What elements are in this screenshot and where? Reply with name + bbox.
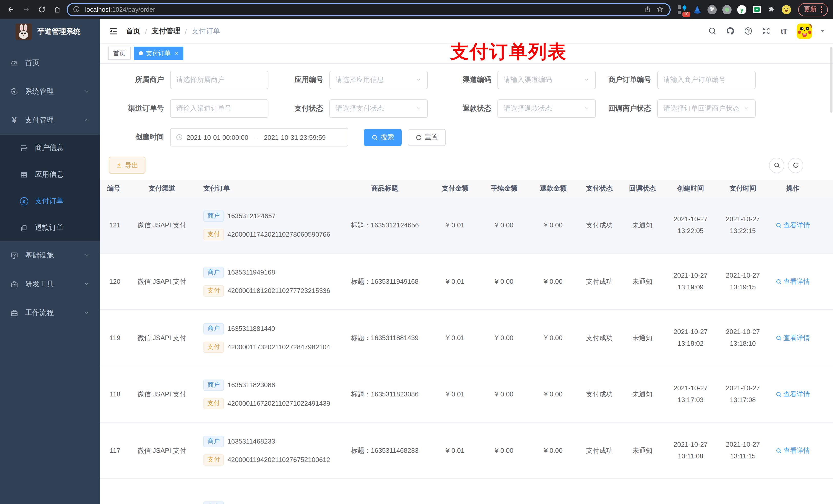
forward-icon[interactable] — [21, 4, 32, 15]
share-icon[interactable] — [644, 5, 652, 14]
filter-select-退款状态[interactable]: 请选择退款状态 — [497, 99, 596, 118]
export-button[interactable]: 导出 — [109, 157, 145, 174]
fullscreen-icon[interactable] — [761, 26, 771, 36]
sidebar-logo[interactable]: 芋道管理系统 — [0, 19, 100, 45]
pay-tag: 支付 — [204, 285, 224, 296]
sidebar-subitem-应用信息[interactable]: 应用信息 — [0, 161, 100, 188]
view-detail-link[interactable]: 查看详情 — [776, 220, 810, 230]
filter-input-商户订单编号[interactable]: 请输入商户订单编号 — [657, 71, 756, 89]
page-scrollbar[interactable] — [830, 47, 832, 113]
cone-icon[interactable] — [693, 5, 702, 14]
action-cell: 查看详情 — [768, 220, 817, 230]
reset-button[interactable]: 重置 — [408, 129, 446, 146]
back-icon[interactable] — [5, 4, 16, 15]
filter-label-渠道编码: 渠道编码 — [462, 75, 491, 85]
url-bar[interactable]: localhost:1024/pay/order — [67, 3, 671, 16]
help-icon[interactable] — [743, 26, 753, 36]
browser-menu-icon[interactable] — [821, 6, 822, 13]
notify-cell: 未通知 — [621, 333, 664, 342]
reload-icon[interactable] — [36, 4, 47, 15]
amount-cell: ¥ 0.01 — [431, 278, 479, 285]
github-icon[interactable] — [725, 26, 735, 36]
paid-time-cell: 2021-10-2713:19:15 — [717, 270, 768, 293]
filter-label-商户订单编号: 商户订单编号 — [608, 75, 651, 85]
title-cell: 标题：1635312124656 — [339, 220, 431, 230]
pay-tag: 支付 — [204, 341, 224, 353]
y-circle-icon[interactable]: y — [737, 5, 746, 14]
action-cell: 查看详情 — [768, 277, 817, 286]
filter-input-渠道订单号[interactable]: 请输入渠道订单号 — [170, 99, 268, 118]
extensions-grid-icon[interactable]: 10 — [678, 5, 687, 14]
sidebar-subitem-商户信息[interactable]: 商户信息 — [0, 135, 100, 161]
refund-cell: ¥ 0.00 — [529, 278, 578, 285]
sidebar-item-工作流程[interactable]: 工作流程 — [0, 298, 100, 327]
refund-cell: ¥ 0.00 — [529, 390, 578, 398]
sidebar-menu: 首页系统管理¥支付管理商户信息应用信息¥支付订单退款订单基础设施研发工具工作流程 — [0, 45, 100, 327]
chevron-down-icon — [743, 104, 749, 113]
breadcrumb-item[interactable]: 支付管理 — [152, 26, 180, 35]
date-range-input[interactable]: 2021-10-01 00:00:00 - 2021-10-31 23:59:5… — [170, 128, 348, 146]
filter-select-回调商户状态[interactable]: 请选择订单回调商户状态 — [657, 99, 756, 118]
pay-order-no: 4200001167202110271022491439 — [228, 400, 330, 407]
filter-select-应用编号[interactable]: 请选择应用信息 — [329, 71, 428, 89]
table-row: 商户1635311351736 — [100, 479, 833, 504]
filter-input-所属商户[interactable]: 请选择所属商户 — [170, 71, 268, 89]
tag-支付订单[interactable]: 支付订单× — [134, 47, 184, 60]
status-cell: 支付成功 — [578, 277, 621, 286]
paid-time-cell: 2021-10-2713:17:08 — [717, 383, 768, 405]
puzzle-icon[interactable] — [767, 5, 776, 14]
column-header: 手续金额 — [479, 184, 529, 193]
close-tag-icon[interactable]: × — [175, 50, 178, 57]
merchant-tag: 商户 — [204, 210, 224, 221]
column-header: 支付时间 — [717, 184, 768, 193]
breadcrumb: 首页/支付管理/支付订单 — [126, 26, 220, 35]
command-icon[interactable]: ⌘ — [708, 5, 717, 14]
sidebar-item-基础设施[interactable]: 基础设施 — [0, 241, 100, 270]
info-icon[interactable] — [73, 5, 81, 14]
view-detail-link[interactable]: 查看详情 — [776, 389, 810, 399]
chat-icon[interactable] — [752, 5, 761, 14]
breadcrumb-item[interactable]: 首页 — [126, 26, 140, 35]
created-time-cell: 2021-10-2713:19:09 — [664, 270, 717, 293]
table-row: 117微信 JSAPI 支付商户1635311468233支付420000119… — [100, 423, 833, 479]
pay-order-cell: 商户1635311949168支付42000011812021102777232… — [200, 267, 339, 296]
view-detail-link[interactable]: 查看详情 — [776, 333, 810, 342]
breadcrumb-separator: / — [185, 27, 187, 35]
merchant-order-no: 1635311823086 — [228, 381, 275, 389]
show-search-toggle-icon[interactable] — [769, 158, 784, 173]
tag-首页[interactable]: 首页 — [108, 47, 130, 60]
table-toolbar: 导出 — [109, 157, 803, 174]
sidebar-subitem-退款订单[interactable]: 退款订单 — [0, 215, 100, 241]
filter-label-退款状态: 退款状态 — [462, 104, 491, 113]
fontsize-icon[interactable]: tT — [779, 26, 789, 36]
view-detail-link[interactable]: 查看详情 — [776, 446, 810, 455]
filter-select-支付状态[interactable]: 请选择支付状态 — [329, 99, 428, 118]
emoji-face-icon[interactable] — [782, 5, 791, 14]
merchant-order-no: 1635311351736 — [228, 503, 275, 504]
column-header: 退款金额 — [529, 184, 578, 193]
search-button[interactable]: 搜索 — [364, 129, 402, 146]
view-detail-link[interactable]: 查看详情 — [776, 277, 810, 286]
caret-down-icon[interactable] — [820, 26, 825, 35]
home-icon[interactable] — [51, 4, 63, 15]
time-filter-row: 创建时间 2021-10-01 00:00:00 - 2021-10-31 23… — [100, 118, 833, 146]
sidebar: 芋道管理系统 首页系统管理¥支付管理商户信息应用信息¥支付订单退款订单基础设施研… — [0, 19, 100, 504]
filter-select-渠道编码[interactable]: 请输入渠道编码 — [497, 71, 596, 89]
avatar[interactable] — [796, 23, 812, 39]
refresh-table-icon[interactable] — [788, 158, 803, 173]
sidebar-item-研发工具[interactable]: 研发工具 — [0, 270, 100, 298]
collapse-sidebar-icon[interactable] — [108, 25, 119, 37]
star-icon[interactable] — [656, 5, 664, 14]
merchant-tag: 商户 — [204, 267, 224, 278]
sidebar-subitem-支付订单[interactable]: ¥支付订单 — [0, 188, 100, 215]
sidebar-item-系统管理[interactable]: 系统管理 — [0, 77, 100, 106]
sidebar-item-首页[interactable]: 首页 — [0, 49, 100, 77]
update-button[interactable]: 更新 — [798, 3, 828, 16]
id-cell: 119 — [100, 334, 123, 342]
green-dot-icon[interactable] — [722, 5, 732, 14]
search-icon[interactable] — [707, 26, 717, 36]
column-header: 支付金额 — [431, 184, 479, 193]
app-title: 芋道管理系统 — [38, 27, 80, 37]
status-cell: 支付成功 — [578, 389, 621, 399]
sidebar-item-支付管理[interactable]: ¥支付管理 — [0, 106, 100, 135]
